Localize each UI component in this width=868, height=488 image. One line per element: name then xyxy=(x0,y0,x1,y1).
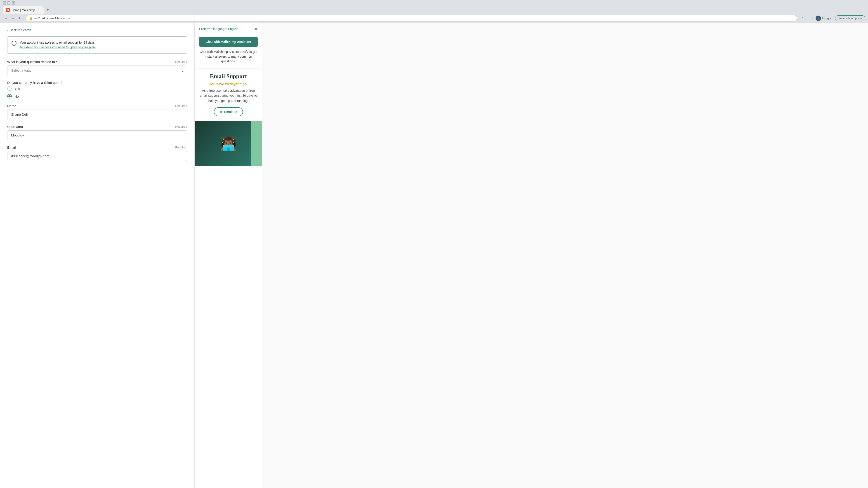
window-controls: — ⬜ ✕ xyxy=(3,1,15,4)
close-window-button[interactable]: ✕ xyxy=(12,1,15,4)
username-label-row: Username Required xyxy=(7,125,187,129)
email-support-section: Email Support You have 29 days to go. As… xyxy=(195,68,262,121)
preferred-language-label: Preferred language: xyxy=(199,27,227,31)
ticket-label-row: Do you currently have a ticket open? xyxy=(7,80,187,85)
title-bar: — ⬜ ✕ xyxy=(0,0,868,6)
relaunch-button[interactable]: Relaunch to update xyxy=(835,15,865,21)
info-banner: i Your account has access to email suppo… xyxy=(7,36,187,54)
email-label-row: Email Required xyxy=(7,145,187,149)
url-bar[interactable]: 🔒 us21.admin.mailchimp.com xyxy=(26,15,797,22)
incognito-badge: 👤 Incognito xyxy=(815,15,833,21)
name-required-badge: Required xyxy=(175,104,187,107)
name-label: Name xyxy=(7,104,16,108)
right-sidebar: Preferred language: English ⌄ ✕ Chat wit… xyxy=(194,23,262,488)
topic-select[interactable]: Select a topic xyxy=(7,66,187,75)
extensions-icon[interactable]: ⬜ xyxy=(807,15,814,22)
username-label: Username xyxy=(7,125,23,129)
maximize-button[interactable]: ⬜ xyxy=(7,1,10,4)
tab-title: Home | Mailchimp xyxy=(11,8,35,12)
username-input[interactable] xyxy=(7,130,187,140)
incognito-icon: 👤 xyxy=(815,15,821,21)
radio-no-circle xyxy=(7,94,12,98)
radio-no[interactable]: No xyxy=(7,94,187,98)
username-form-group: Username Required xyxy=(7,125,187,140)
ticket-radio-group: Yes No xyxy=(7,86,187,98)
sidebar-header: Preferred language: English ⌄ ✕ xyxy=(195,23,262,34)
reload-button[interactable]: ↻ xyxy=(17,15,24,22)
topic-required-badge: Required xyxy=(175,60,187,64)
email-us-button[interactable]: ✉ Email us xyxy=(214,107,243,116)
main-area: ‹ Back to Search i Your account has acce… xyxy=(0,23,194,488)
back-to-search-link[interactable]: ‹ Back to Search xyxy=(7,28,187,32)
back-arrow-icon: ‹ xyxy=(7,28,8,32)
radio-yes[interactable]: Yes xyxy=(7,86,187,91)
name-form-group: Name Required xyxy=(7,104,187,119)
tab-favicon: M xyxy=(6,8,10,12)
address-bar: ← → ↻ 🔒 us21.admin.mailchimp.com ☆ ⬜ 👤 I… xyxy=(0,13,868,23)
topic-label-row: What is your question related to? Requir… xyxy=(7,60,187,64)
topic-select-wrapper: Select a topic ⌄ xyxy=(7,66,187,75)
days-remaining-text: You have 29 days to go. xyxy=(199,82,258,86)
radio-no-dot xyxy=(8,95,11,97)
page-content: ‹ Back to Search i Your account has acce… xyxy=(0,23,868,488)
name-label-row: Name Required xyxy=(7,104,187,108)
email-icon: ✉ xyxy=(220,110,222,113)
forward-button[interactable]: → xyxy=(10,15,16,22)
incognito-label: Incognito xyxy=(822,17,833,20)
info-icon: i xyxy=(11,41,17,46)
new-tab-button[interactable]: + xyxy=(44,6,51,13)
username-required-badge: Required xyxy=(175,125,187,128)
email-form-group: Email Required xyxy=(7,145,187,161)
email-label: Email xyxy=(7,145,16,149)
topic-form-group: What is your question related to? Requir… xyxy=(7,60,187,75)
email-us-label: Email us xyxy=(224,110,237,113)
active-tab[interactable]: M Home | Mailchimp ✕ xyxy=(3,6,44,13)
radio-no-label: No xyxy=(14,94,19,98)
tab-bar: M Home | Mailchimp ✕ + xyxy=(0,6,868,13)
radio-yes-circle xyxy=(7,86,12,91)
video-thumbnail: 👨🏾‍💻 xyxy=(195,121,262,166)
upgrade-plan-link[interactable]: To extend your access you need to upgrad… xyxy=(20,45,96,49)
browser-chrome: — ⬜ ✕ M Home | Mailchimp ✕ + ← → ↻ 🔒 us2… xyxy=(0,0,868,23)
radio-yes-label: Yes xyxy=(14,87,20,91)
language-selector[interactable]: English ⌄ xyxy=(228,27,242,31)
chat-section: Chat with Mailchimp Assistant Chat with … xyxy=(195,34,262,68)
topic-label: What is your question related to? xyxy=(7,60,57,64)
name-input[interactable] xyxy=(7,109,187,119)
back-button[interactable]: ← xyxy=(3,15,9,22)
chat-button[interactable]: Chat with Mailchimp Assistant xyxy=(199,37,258,47)
ticket-label: Do you currently have a ticket open? xyxy=(7,80,62,85)
back-link-text: Back to Search xyxy=(10,28,31,32)
video-overlay xyxy=(251,121,262,166)
preferred-language: Preferred language: English ⌄ xyxy=(199,27,242,31)
bookmark-icon[interactable]: ☆ xyxy=(799,15,806,22)
email-support-title: Email Support xyxy=(199,73,258,80)
info-text: Your account has access to email support… xyxy=(20,40,96,50)
toolbar-right: ☆ ⬜ 👤 Incognito Relaunch to update xyxy=(799,15,865,22)
close-tab-button[interactable]: ✕ xyxy=(37,8,40,12)
nav-buttons: ← → ↻ xyxy=(3,15,24,22)
email-support-description: As a free user, take advantage of free e… xyxy=(199,88,258,103)
sidebar-close-button[interactable]: ✕ xyxy=(254,26,258,31)
minimize-button[interactable]: — xyxy=(3,1,6,4)
lock-icon: 🔒 xyxy=(29,17,33,20)
chat-description: Chat with Mailchimp Assistant 24/7 to ge… xyxy=(199,50,258,64)
ticket-form-group: Do you currently have a ticket open? Yes… xyxy=(7,80,187,98)
banner-main-text: Your account has access to email support… xyxy=(20,41,95,44)
email-required-badge: Required xyxy=(175,146,187,149)
url-text: us21.admin.mailchimp.com xyxy=(34,17,70,20)
email-input[interactable] xyxy=(7,151,187,161)
